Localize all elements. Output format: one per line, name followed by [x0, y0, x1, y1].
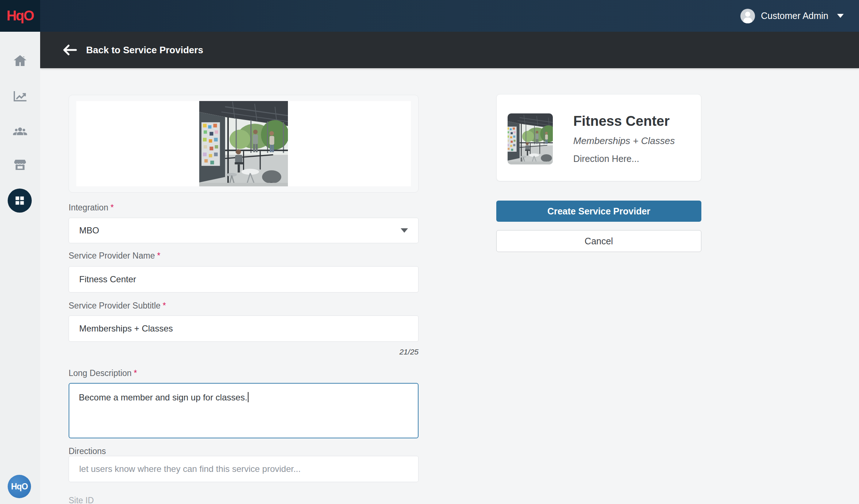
long-description-value: Become a member and sign up for classes.	[79, 392, 247, 402]
long-description-label: Long Description*	[69, 368, 137, 378]
text-caret	[248, 392, 249, 402]
preview-title: Fitness Center	[573, 113, 670, 129]
long-description-textarea[interactable]: Become a member and sign up for classes.	[69, 383, 419, 438]
service-provider-subtitle-input[interactable]: Memberships + Classes	[69, 315, 419, 342]
service-provider-subtitle-label: Service Provider Subtitle*	[69, 301, 166, 311]
required-asterisk: *	[134, 368, 137, 378]
sidebar-item-people[interactable]	[0, 119, 40, 143]
user-name: Customer Admin	[761, 11, 828, 21]
directions-label: Directions	[69, 446, 106, 456]
service-provider-name-value: Fitness Center	[79, 274, 136, 284]
main-content: Integration* MBO Service Provider Name* …	[40, 68, 859, 504]
back-arrow-icon	[63, 44, 77, 56]
hqo-logo-text: HqO	[7, 8, 34, 24]
fitness-center-photo-thumb	[508, 113, 553, 164]
app-window: HqO Customer Admin HqO	[0, 0, 859, 504]
sidebar-item-home[interactable]	[0, 49, 40, 73]
hqo-logo[interactable]: HqO	[0, 0, 40, 32]
subheader: Back to Service Providers	[40, 32, 859, 68]
preview-card: Fitness Center Memberships + Classes Dir…	[496, 94, 701, 181]
people-icon	[12, 124, 28, 139]
directions-placeholder: let users know where they can find this …	[79, 464, 301, 474]
home-icon	[12, 53, 28, 69]
back-button[interactable]: Back to Service Providers	[63, 44, 203, 56]
integration-value: MBO	[79, 225, 99, 236]
cancel-button[interactable]: Cancel	[496, 230, 701, 252]
image-upload-inner	[76, 101, 411, 186]
required-asterisk: *	[163, 301, 166, 310]
image-upload-card[interactable]	[69, 95, 419, 193]
integration-select[interactable]: MBO	[69, 218, 419, 243]
preview-direction: Direction Here...	[573, 154, 639, 164]
analytics-icon	[12, 89, 28, 104]
service-provider-name-input[interactable]: Fitness Center	[69, 266, 419, 292]
sidebar-footer-logo-text: HqO	[11, 482, 28, 492]
preview-thumbnail	[508, 113, 553, 164]
sidebar-footer-logo[interactable]: HqO	[8, 475, 31, 498]
required-asterisk: *	[111, 203, 114, 212]
chevron-down-icon	[837, 14, 844, 18]
char-counter: 21/25	[69, 348, 419, 356]
service-provider-subtitle-value: Memberships + Classes	[79, 323, 173, 334]
dropdown-caret-icon	[401, 228, 408, 233]
service-provider-name-label: Service Provider Name*	[69, 251, 160, 261]
preview-subtitle: Memberships + Classes	[573, 135, 675, 147]
user-menu[interactable]: Customer Admin	[740, 9, 844, 23]
required-asterisk: *	[157, 251, 160, 260]
back-label: Back to Service Providers	[86, 44, 203, 56]
topbar: HqO Customer Admin	[0, 0, 859, 32]
sidebar: HqO	[0, 32, 40, 504]
site-id-label: Site ID	[69, 496, 94, 504]
avatar-icon	[740, 9, 755, 23]
sidebar-item-analytics[interactable]	[0, 84, 40, 108]
storefront-icon	[12, 157, 28, 172]
apps-grid-icon	[14, 194, 26, 207]
sidebar-item-apps-active[interactable]	[8, 189, 32, 213]
sidebar-item-marketplace[interactable]	[0, 153, 40, 177]
create-service-provider-button[interactable]: Create Service Provider	[496, 201, 701, 222]
fitness-center-photo	[199, 101, 288, 186]
directions-input[interactable]: let users know where they can find this …	[69, 456, 419, 482]
integration-label: Integration*	[69, 203, 114, 213]
